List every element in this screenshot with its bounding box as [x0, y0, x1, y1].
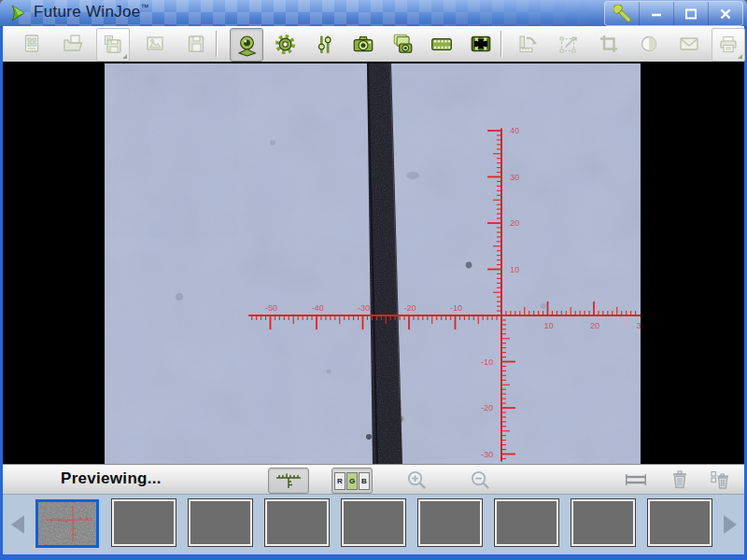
trash-all-icon — [709, 469, 731, 491]
svg-text:-20: -20 — [481, 403, 493, 413]
measure-ruler-button[interactable] — [268, 468, 309, 494]
print-dropdown-arrow — [738, 54, 742, 59]
thumbnail-empty[interactable] — [571, 499, 635, 546]
video-record-icon — [430, 32, 454, 56]
titlebar: Future WinJoe™ — [0, 0, 747, 27]
viewport: -50-40-30-20-1010203040302010-10-20-30 — [3, 62, 744, 464]
svg-text:10: 10 — [543, 321, 553, 330]
scroll-right-button[interactable] — [724, 515, 737, 534]
toolbar-button-print[interactable] — [712, 28, 745, 62]
thumbnail-list — [35, 499, 712, 548]
toolbar-button-save[interactable] — [180, 28, 212, 60]
zoom-out-button[interactable] — [466, 468, 494, 492]
camera-preview-icon — [235, 34, 259, 57]
thumbnail-empty[interactable] — [265, 499, 329, 546]
wrench-icon — [613, 5, 631, 22]
zoom-in-icon — [405, 469, 429, 492]
email-icon — [678, 33, 700, 55]
open-document-icon — [62, 33, 84, 55]
svg-text:10: 10 — [510, 265, 519, 274]
rotate-icon — [517, 33, 540, 55]
toolbar-button-save-as[interactable] — [96, 28, 130, 62]
toolbar-button-camera-preview[interactable] — [230, 28, 263, 62]
status-text: Previewing... — [61, 469, 162, 488]
measure-ruler-icon — [274, 471, 303, 490]
window-title: Future WinJoe™ — [34, 3, 149, 21]
brightness-contrast-icon — [638, 33, 660, 55]
g-channel-label: G — [346, 472, 358, 490]
svg-text:-10: -10 — [481, 357, 493, 367]
r-channel-label: R — [334, 472, 345, 490]
thumbnail-empty[interactable] — [112, 499, 176, 546]
thumbnail-preview-image — [38, 502, 96, 545]
thumbnail-empty[interactable] — [648, 499, 712, 546]
thumbnail-empty[interactable] — [342, 499, 405, 546]
window-controls — [604, 1, 743, 26]
toolbar-button-crop[interactable] — [593, 28, 625, 60]
open-image-icon — [144, 33, 166, 55]
toolbar-separator — [216, 31, 217, 57]
toolbar-button-adjustments[interactable] — [308, 28, 340, 60]
toolbar-button-rotate[interactable] — [513, 28, 544, 60]
tools-button[interactable] — [605, 2, 639, 25]
thumbnail-empty[interactable] — [418, 499, 482, 546]
save-as-dropdown-arrow — [122, 54, 127, 59]
app-logo-icon — [8, 4, 27, 22]
new-document-icon — [21, 33, 43, 55]
save-icon — [185, 33, 207, 55]
toolbar-separator — [500, 31, 501, 57]
fullscreen-icon — [469, 32, 493, 56]
svg-text:-50: -50 — [265, 303, 277, 313]
toolbar-button-settings[interactable] — [269, 28, 301, 60]
thumbnail-selected[interactable] — [35, 499, 99, 548]
trash-icon — [669, 469, 691, 491]
svg-text:-30: -30 — [481, 450, 493, 459]
zoom-in-button[interactable] — [402, 468, 430, 492]
svg-text:-40: -40 — [311, 303, 323, 313]
minimize-button[interactable] — [639, 2, 673, 25]
thumbnail-empty[interactable] — [189, 499, 252, 546]
thumbnail-empty[interactable] — [495, 499, 558, 546]
toolbar-button-snapshot[interactable] — [347, 28, 379, 60]
filmstrip — [3, 494, 744, 554]
delete-all-button[interactable] — [706, 468, 734, 492]
trademark-symbol: ™ — [140, 3, 148, 12]
svg-text:-20: -20 — [403, 303, 416, 313]
specimen-layer: -50-40-30-20-1010203040302010-10-20-30 — [105, 63, 641, 464]
minimize-icon — [650, 7, 663, 21]
multi-snapshot-icon — [390, 32, 415, 56]
adjustments-sliders-icon — [313, 33, 336, 56]
compare-icon — [622, 469, 650, 490]
save-as-icon — [102, 34, 124, 56]
toolbar-button-email[interactable] — [673, 28, 705, 60]
svg-text:-10: -10 — [450, 303, 462, 313]
svg-text:20: 20 — [590, 321, 599, 330]
crop-icon — [598, 33, 620, 55]
toolbar — [3, 26, 744, 63]
maximize-button[interactable] — [673, 2, 708, 25]
scroll-left-button[interactable] — [11, 515, 24, 534]
b-channel-label: B — [359, 472, 370, 490]
maximize-icon — [684, 7, 698, 21]
snapshot-camera-icon — [351, 32, 375, 56]
delete-button[interactable] — [666, 468, 694, 492]
resize-icon — [557, 33, 580, 55]
rgb-channels-button[interactable]: R G B — [331, 468, 373, 494]
toolbar-button-video-record[interactable] — [426, 28, 458, 60]
svg-text:30: 30 — [636, 321, 641, 330]
compare-button[interactable] — [621, 468, 651, 492]
app-window: Future WinJoe™ — [0, 0, 747, 560]
toolbar-button-open-document[interactable] — [57, 28, 89, 60]
toolbar-button-multi-snapshot[interactable] — [387, 28, 418, 60]
close-button[interactable] — [708, 2, 742, 25]
toolbar-button-fullscreen[interactable] — [465, 28, 497, 60]
svg-text:30: 30 — [510, 173, 519, 182]
toolbar-button-resize[interactable] — [553, 28, 585, 60]
print-icon — [717, 34, 740, 56]
toolbar-button-new-document[interactable] — [16, 28, 48, 60]
toolbar-button-open-image[interactable] — [139, 28, 171, 60]
window-title-text: Future WinJoe — [34, 3, 140, 21]
close-icon — [719, 7, 732, 21]
toolbar-button-brightness-contrast[interactable] — [633, 28, 665, 60]
svg-text:-30: -30 — [358, 303, 370, 313]
